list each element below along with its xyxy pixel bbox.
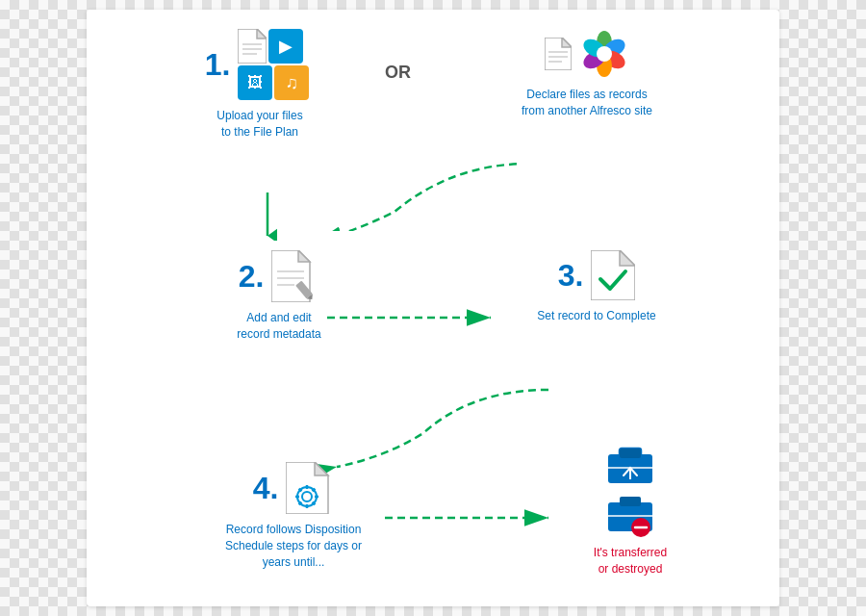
step1-label: Upload your files to the File Plan [183,108,337,141]
svg-marker-33 [315,462,328,475]
arrow-right-4 [385,508,558,527]
svg-point-16 [597,46,612,62]
image-icon: 🖼 [238,65,272,100]
or-text: OR [385,63,411,83]
arrow-right-23 [327,308,500,327]
step3-label: Set record to Complete [500,308,693,324]
step1-right: Declare files as records from another Al… [500,29,674,119]
step2-number: 2. [239,259,265,295]
curved-arrow-1 [260,154,520,231]
step3-number: 3. [558,258,584,294]
video-icon: ▶ [268,29,303,64]
step1-left: 1. ▶ 🖼 ♫ Upload your files [183,29,337,141]
arrow-down-1 [258,192,277,241]
svg-marker-30 [620,250,635,266]
transfer-icon [606,443,654,485]
svg-rect-48 [620,449,641,458]
doc-edit-icon [271,250,319,302]
declare-doc-icon [545,38,572,70]
svg-marker-21 [298,250,310,262]
step3-area: 3. Set record to Complete [500,250,693,324]
doc-disposition-icon [286,462,334,514]
step4-label: Record follows Disposition Schedule step… [183,522,404,570]
svg-marker-6 [562,38,572,47]
step2-area: 2. Add and edit record metadata [183,250,375,343]
step1-right-label: Declare files as records from another Al… [500,87,674,119]
alfresco-icon [579,29,629,79]
doc-complete-icon [591,250,635,300]
diagram-card: 1. ▶ 🖼 ♫ Upload your files [87,10,779,606]
svg-marker-29 [591,250,635,300]
step4-area: 4. Record follows Disposition Schedule s [183,462,404,570]
step4-number: 4. [253,471,279,506]
svg-marker-1 [257,29,267,38]
music-icon: ♫ [274,65,309,100]
step1-number: 1. [205,47,231,83]
doc-icon [238,29,267,64]
transfer-label: It's transferred or destroyed [558,545,702,578]
destroy-icon [606,491,654,539]
svg-rect-52 [620,497,641,506]
transfer-destroy-area: It's transferred or destroyed [558,443,702,578]
